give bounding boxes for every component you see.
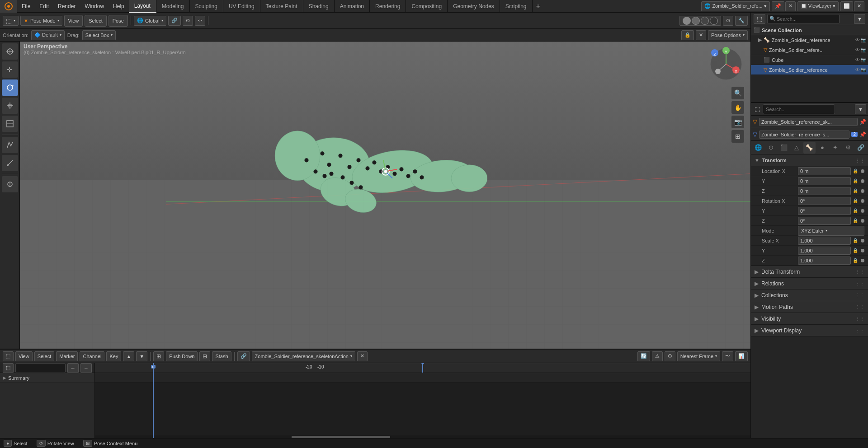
pan-btn[interactable]: ✋ (731, 101, 744, 114)
ae-nav-right[interactable]: → (80, 363, 92, 373)
ae-channel[interactable]: Channel (80, 351, 104, 361)
tab-add[interactable]: + (533, 0, 544, 13)
window-pin[interactable]: 📌 (772, 1, 784, 11)
relations-section[interactable]: ▶ Relations ⋮⋮ (751, 278, 868, 289)
viewport-lock[interactable]: 🔒 (681, 30, 694, 40)
visibility-section[interactable]: ▶ Visibility ⋮⋮ (751, 313, 868, 325)
menu-file[interactable]: File (17, 0, 35, 13)
solid-shading[interactable] (683, 17, 691, 25)
location-x-dot[interactable] (861, 169, 864, 173)
tab-shading[interactable]: Shading (303, 0, 335, 13)
props-action-pin[interactable]: 📌 (859, 131, 866, 138)
collections-section[interactable]: ▶ Collections ⋮⋮ (751, 289, 868, 301)
tab-compositing[interactable]: Compositing (406, 0, 448, 13)
stash-icon[interactable]: ⊟ (199, 351, 210, 361)
rotation-y-lock[interactable]: 🔒 (852, 207, 859, 215)
eye-icon-1[interactable]: 👁 (855, 47, 860, 52)
props-filter[interactable]: ▼ (855, 104, 866, 114)
render-engine[interactable]: 🔲 ViewLayer ▾ (797, 1, 839, 11)
menu-edit[interactable]: Edit (35, 0, 53, 13)
transform-section-header[interactable]: ▼ Transform ⋮⋮ (751, 154, 868, 166)
scale-z-value[interactable]: 1.000 (798, 257, 851, 265)
maximize[interactable]: ⬜ (840, 1, 853, 11)
cam-icon-1[interactable]: 📷 (861, 47, 866, 52)
ae-unlink[interactable]: ✕ (357, 351, 368, 361)
push-down-icon[interactable]: ⊞ (153, 351, 164, 361)
scale-x-value[interactable]: 1.000 (798, 237, 851, 245)
props-object-name[interactable]: Zombie_Soldier_reference_sk... (759, 118, 858, 126)
measure-tool[interactable] (2, 155, 18, 171)
ae-filter[interactable]: ⚙ (665, 351, 675, 361)
viewport-close[interactable]: ✕ (696, 30, 706, 40)
orientation-dropdown[interactable]: 🌐 Global (134, 16, 166, 26)
rotation-x-value[interactable]: 0° (798, 197, 851, 205)
ae-playback[interactable]: Nearest Frame (677, 351, 720, 361)
tab-sculpting[interactable]: Sculpting (190, 0, 223, 13)
tab-uv-editing[interactable]: UV Editing (223, 0, 260, 13)
tab-scripting[interactable]: Scripting (500, 0, 533, 13)
scale-z-dot[interactable] (861, 259, 864, 262)
ae-marker[interactable]: Marker (56, 351, 78, 361)
prop-icon-material[interactable]: ● (816, 142, 828, 154)
zoom-in-btn[interactable]: 🔍 (731, 87, 744, 99)
prop-icon-scene[interactable]: 🌐 (752, 142, 764, 154)
transform-tool[interactable] (2, 116, 18, 132)
viewport-gizmo[interactable]: 🔧 (735, 16, 748, 26)
pose-menu[interactable]: Pose (108, 15, 128, 27)
ae-select[interactable]: Select (34, 351, 55, 361)
tab-animation[interactable]: Animation (335, 0, 370, 13)
motion-paths-section[interactable]: ▶ Motion Paths ⋮⋮ (751, 301, 868, 313)
camera-btn[interactable]: 📷 (731, 116, 744, 128)
ae-down-arrow[interactable]: ▼ (136, 351, 147, 361)
ae-pin-icon[interactable]: 🔗 (237, 351, 250, 361)
scale-y-value[interactable]: 1.000 (798, 247, 851, 255)
rotation-z-dot[interactable] (861, 219, 864, 223)
orientation-mode[interactable]: 🔷 Default (31, 30, 65, 40)
stash-btn[interactable]: Stash (212, 351, 231, 361)
prop-icon-world[interactable]: ⊙ (764, 142, 777, 154)
scene-selector[interactable]: 🌐 Zombie_Soldier_refe... ▾ (701, 1, 769, 11)
window-close-main[interactable]: ✕ (785, 1, 796, 11)
location-y-value[interactable]: 0 m (798, 177, 851, 185)
scale-x-lock[interactable]: 🔒 (852, 237, 859, 244)
channel-summary[interactable]: ▶ Summary (0, 373, 94, 383)
scale-tool[interactable] (2, 98, 18, 114)
rotation-z-value[interactable]: 0° (798, 217, 851, 225)
ae-warn[interactable]: ⚠ (652, 351, 663, 361)
menu-help[interactable]: Help (108, 0, 129, 13)
rotation-x-lock[interactable]: 🔒 (852, 197, 859, 205)
annotate-tool[interactable] (2, 137, 18, 153)
location-x-value[interactable]: 0 m (798, 167, 851, 175)
eevee-shading[interactable] (710, 17, 718, 25)
tab-layout[interactable]: Layout (129, 0, 156, 13)
viewport-display-section[interactable]: ▶ Viewport Display ⋮⋮ (751, 325, 868, 336)
location-y-dot[interactable] (861, 179, 864, 183)
tab-texture-paint[interactable]: Texture Paint (260, 0, 303, 13)
props-search[interactable] (763, 104, 835, 114)
rotation-y-dot[interactable] (861, 209, 864, 213)
ae-curve[interactable]: 〜 (722, 351, 733, 361)
eye-icon-2[interactable]: 👁 (855, 57, 860, 62)
props-action-name[interactable]: Zombie_Soldier_reference_s... (759, 131, 849, 139)
menu-window[interactable]: Window (80, 0, 108, 13)
ae-key[interactable]: Key (106, 351, 121, 361)
viewport-canvas[interactable]: Y X Z 🔍 ✋ 📷 ⊞ (20, 42, 750, 349)
prop-icon-object[interactable]: ⬛ (778, 142, 790, 154)
ae-search[interactable] (15, 363, 66, 373)
drag-mode-dropdown[interactable]: Select Box (82, 30, 116, 40)
select-menu[interactable]: Select (85, 15, 107, 27)
material-shading[interactable] (692, 17, 700, 25)
cam-icon-2[interactable]: 📷 (861, 57, 866, 62)
scale-y-dot[interactable] (861, 249, 864, 252)
mode-dropdown[interactable]: ▼ Pose Mode (20, 16, 62, 26)
cam-icon-3[interactable]: 📷 (861, 67, 866, 72)
keyframe-area[interactable]: -20 -10 -20 -10 0 10 20 30 40 50 (95, 363, 750, 439)
editor-type-btn[interactable]: ⬚ (3, 16, 19, 26)
proportional-btn[interactable]: ⊙ (183, 16, 193, 26)
location-z-dot[interactable] (861, 189, 864, 193)
add-bone-tool[interactable] (2, 176, 18, 192)
ae-type-small[interactable]: ⬚ (3, 363, 14, 373)
delta-transform-section[interactable]: ▶ Delta Transform ⋮⋮ (751, 266, 868, 278)
rendered-shading[interactable] (701, 17, 709, 25)
rotate-tool[interactable] (2, 79, 18, 96)
